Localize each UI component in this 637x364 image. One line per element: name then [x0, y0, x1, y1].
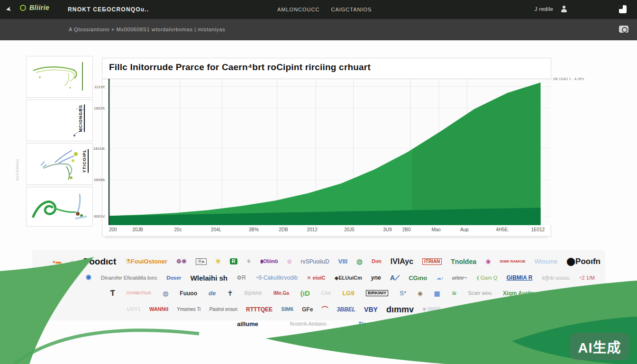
nav-item-1[interactable]: AMLONCOUCC: [277, 7, 319, 12]
x-tick-label: 20JB: [132, 227, 143, 232]
logo-item: ◔9-Cakulikrvodib: [255, 275, 298, 281]
logo-item: ❀: [485, 258, 491, 265]
brand[interactable]: Bliirie: [20, 4, 49, 11]
logo-item: aillume: [237, 320, 258, 328]
thumbnail-card-4[interactable]: [26, 187, 93, 227]
logo-item: (ıD: [300, 290, 310, 297]
logo-item: ◉: [418, 291, 422, 296]
logo-item: ⚙R: [237, 275, 246, 281]
logo-item: WANNtI: [149, 307, 168, 312]
logo-item: Cılıe: [321, 291, 331, 296]
chart-annotation: IIB 1DA0 1 · A 3Po: [553, 77, 605, 81]
logo-item: 3BBEL: [337, 307, 355, 312]
y-axis-labels: 1121P,16029,1811M,26059,0001V,: [88, 80, 107, 225]
edge-vertical-label: d1G0dS0u: [15, 159, 19, 181]
logo-item: ✝: [227, 290, 233, 297]
logo-item: IDME RAMOIE: [500, 260, 526, 264]
logo-item: Tnoldea: [451, 258, 476, 265]
logo-item: ☁ı: [436, 275, 443, 281]
logo-item: ❨Gam Q: [476, 275, 498, 281]
y-tick-label: 1811M,: [93, 146, 106, 151]
logo-item: ✿: [287, 259, 292, 264]
logo-item: Fuuoo: [180, 291, 197, 296]
logo-item: ✺: [85, 274, 91, 282]
logo-item: Nnsterik Atoitaios: [290, 321, 327, 327]
logo-item: LG9: [342, 290, 354, 296]
logo-item: de: [209, 290, 216, 296]
logo-item: NAG YER: [449, 307, 473, 312]
x-tick-label: 200: [109, 227, 117, 232]
logo-item: ⚘: [246, 259, 252, 264]
app-title: RNOKT CEБOCRONQOu..: [68, 6, 149, 13]
logo-item: GFe: [302, 307, 313, 312]
logo-item: dımmv: [386, 305, 414, 314]
breadcrumb-bar: A Qtossiantiono + Mx000608S1 wtordalorbo…: [0, 19, 637, 40]
logo-item: ◍: [163, 290, 168, 297]
logo-item: Ymames Ti: [177, 307, 200, 312]
x-tick-label: 2DB: [279, 227, 288, 232]
thumbnail-card-1[interactable]: [26, 56, 93, 98]
logo-item: GIBMIA R: [507, 275, 533, 281]
chart-corner-icon[interactable]: [619, 5, 627, 13]
logo-item: ⌒: [321, 306, 328, 313]
logo-item: SIM6: [281, 307, 293, 312]
logo-item: A⟋: [390, 274, 400, 281]
logo-item: Bijirbhtr: [245, 291, 262, 296]
logo-item: Ƭ: [110, 290, 115, 297]
logo-item: ⌂: [70, 258, 74, 265]
logo-item: Dinarofer Efioaldilla bınc: [101, 275, 157, 281]
logo-item: VIII: [338, 258, 348, 264]
logo-item: Uud Sioude: [46, 275, 76, 281]
x-tick-label: 3B%: [249, 227, 259, 232]
logo-item: ✕ eioiC: [307, 275, 325, 281]
y-tick-label: 16029,: [94, 106, 106, 110]
brand-logo-icon: [20, 5, 26, 11]
partner-logo-row-3: ƬOVIIIBATIUS◍Fuuoode✝BijirbhtrIMe.Ga(ıDC…: [32, 290, 605, 297]
logo-item: Dım: [372, 259, 382, 264]
x-tick-label: 2B0: [402, 227, 411, 232]
nav-item-2[interactable]: CAIGCTANIOS: [331, 7, 372, 12]
x-tick-label: 204L: [211, 227, 221, 232]
logo-item: ITRIAN: [422, 258, 442, 265]
logo-item: orlınr~: [452, 275, 467, 281]
thumbnail-card-3[interactable]: YTICOIPL: [26, 143, 93, 185]
title-divider: [102, 79, 551, 79]
logo-item: S*: [400, 290, 406, 296]
partner-logo-panel: ◕▬⌂Poodıct⚗FouiOstoner❁❋⦿▸✾R⚘⬮Oliimb✿rvS…: [32, 250, 605, 320]
camera-icon[interactable]: [619, 26, 628, 33]
logo-item: Atdso osinun: [418, 321, 446, 327]
user-label[interactable]: J redile: [535, 6, 553, 12]
chart-card: Fillc Initorrude Prarce for Caern⁴brt ro…: [102, 58, 551, 237]
sketch-swoosh-icon: [27, 187, 92, 226]
x-tick-label: 3U9: [383, 227, 391, 232]
logo-item: rvSPuoiiuD: [301, 259, 329, 264]
brand-name: Bliirie: [29, 4, 49, 11]
logo-item: ✾ RNSE: [422, 307, 441, 312]
logo-item: R: [230, 258, 237, 264]
thumbnail-2-vertical-label: MCIONGBS: [78, 105, 85, 132]
logo-item: ⬮Oliimb: [260, 259, 278, 264]
x-axis-labels: 20020JB20c204L3B%2DB201220J53U92B0MaoAup…: [109, 227, 551, 235]
logo-item: yne: [371, 275, 381, 281]
ai-watermark: AI生成: [570, 333, 629, 360]
logo-item: IMe.Ga: [273, 291, 289, 296]
area-chart: [109, 80, 551, 225]
partner-logo-row-1: ◕▬⌂Poodıct⚗FouiOstoner❁❋⦿▸✾R⚘⬮Oliimb✿rvS…: [32, 257, 605, 266]
horizontal-scrollbar[interactable]: [105, 236, 548, 238]
thumbnail-card-2[interactable]: MCIONGBS: [26, 100, 93, 141]
logo-item: ≋: [452, 290, 457, 296]
logo-item: Wlelaihi sh: [191, 274, 228, 282]
x-tick-label: 4H5E.: [496, 227, 509, 232]
logo-item: Tisony Zio: [358, 321, 387, 328]
logo-item: Scarr wou: [468, 291, 492, 296]
x-tick-label: Mao: [431, 227, 440, 232]
logo-item: RTTTQEE: [246, 307, 273, 312]
logo-item: ⦿▸: [196, 258, 207, 265]
user-account-icon[interactable]: [561, 6, 567, 12]
logo-item: ✾: [216, 258, 221, 264]
y-tick-label: 26059,: [94, 178, 106, 182]
logo-item: ıl@ıb uozuu: [542, 275, 570, 281]
plot-area: 1121P,16029,1811M,26059,0001V,: [109, 80, 551, 225]
logo-item: OVIIIBATIUS: [127, 291, 151, 295]
breadcrumb[interactable]: A Qtossiantiono + Mx000608S1 wtordalorbo…: [69, 27, 225, 32]
